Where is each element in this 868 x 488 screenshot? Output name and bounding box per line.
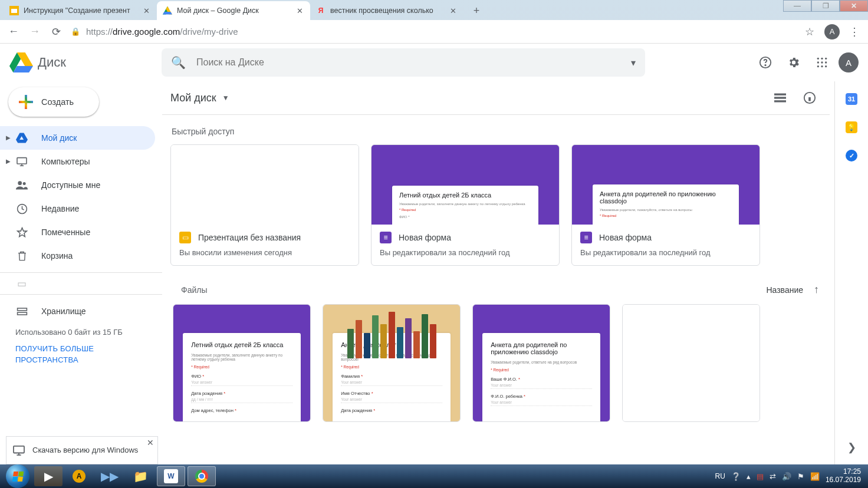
sidebar-item-trash[interactable]: Корзина	[0, 244, 155, 268]
clock-icon	[15, 203, 28, 215]
taskbar-explorer[interactable]: 📁	[126, 466, 154, 486]
close-icon[interactable]: ✕	[448, 6, 458, 15]
storage-usage-text: Использовано 0 байт из 15 ГБ	[15, 327, 153, 338]
sidebar-item-shared[interactable]: Доступные мне	[0, 173, 155, 197]
taskbar-word[interactable]: W	[157, 466, 185, 486]
trash-icon	[15, 250, 28, 262]
browser-tab[interactable]: Мой диск – Google Диск ✕	[157, 1, 310, 20]
address-bar[interactable]: 🔒 https://drive.google.com/drive/my-driv…	[71, 27, 795, 37]
clock-time: 17:25	[826, 468, 861, 476]
tasks-addon-button[interactable]: ✓	[846, 150, 857, 161]
download-prompt[interactable]: Скачать версию для Windows ✕	[6, 436, 158, 464]
chevron-right-icon[interactable]: ▶	[6, 158, 11, 164]
clock-date: 16.07.2019	[826, 476, 861, 484]
browser-menu-button[interactable]: ⋮	[848, 25, 861, 38]
svg-point-3	[821, 58, 823, 60]
support-button[interactable]	[754, 51, 777, 74]
profile-avatar[interactable]: A	[824, 24, 840, 39]
calendar-addon-button[interactable]: 31	[846, 93, 857, 105]
network-tray-icon[interactable]: 📶	[810, 472, 820, 481]
taskbar-clock[interactable]: 17:25 16.07.2019	[826, 468, 861, 484]
chevron-down-icon[interactable]: ▼	[222, 94, 229, 102]
sync-tray-icon[interactable]: ⇄	[770, 472, 776, 481]
svg-point-2	[817, 58, 819, 60]
card-subtitle: Вы вносили изменения сегодня	[179, 248, 350, 257]
browser-tab[interactable]: Инструкция "Создание презент ✕	[4, 1, 157, 20]
bookmark-star-icon[interactable]: ☆	[803, 25, 816, 38]
close-icon[interactable]: ✕	[295, 6, 304, 15]
sidebar-item-backups[interactable]: ▭	[0, 278, 155, 289]
svg-point-7	[825, 61, 827, 63]
flag-tray-icon[interactable]: ⚑	[797, 472, 804, 481]
people-icon	[15, 180, 28, 190]
list-view-button[interactable]	[768, 86, 792, 110]
breadcrumb-current[interactable]: Мой диск	[170, 92, 216, 104]
quick-access-card[interactable]: ▭ Презентация без названия Вы вносили из…	[170, 144, 359, 266]
storage-upgrade-link[interactable]: ПОЛУЧИТЬ БОЛЬШЕ ПРОСТРАНСТВА	[15, 343, 153, 366]
sidebar-item-starred[interactable]: Помеченные	[0, 220, 155, 244]
settings-button[interactable]	[782, 51, 805, 74]
quick-access-card[interactable]: Летний отдых детей 2Б классаУважаемые ро…	[371, 144, 560, 266]
quick-access-card[interactable]: Анкета для родителей по приложению class…	[571, 144, 760, 266]
start-button[interactable]	[4, 466, 32, 486]
adobe-tray-icon[interactable]: ▤	[757, 472, 764, 481]
new-tab-button[interactable]: +	[468, 2, 485, 19]
sidebar-item-storage[interactable]: Хранилище	[0, 299, 155, 323]
storage-icon	[15, 307, 28, 316]
taskbar-app[interactable]: ▶	[34, 466, 63, 486]
close-icon[interactable]: ✕	[147, 438, 154, 447]
taskbar-app[interactable]: A	[65, 466, 93, 486]
card-preview	[171, 145, 359, 225]
card-title: Новая форма	[599, 233, 652, 242]
url-host: drive.google.com	[113, 27, 180, 37]
apps-button[interactable]	[810, 51, 834, 74]
browser-tab-strip: Инструкция "Создание презент ✕ Мой диск …	[0, 0, 868, 20]
taskbar-app[interactable]: ▶▶	[96, 466, 124, 486]
forward-button[interactable]: →	[28, 25, 41, 38]
help-tray-icon[interactable]: ❔	[731, 472, 741, 481]
svg-point-8	[817, 65, 819, 67]
close-icon[interactable]: ✕	[142, 6, 151, 15]
sidebar-item-label: Компьютеры	[41, 157, 90, 166]
volume-tray-icon[interactable]: 🔊	[782, 472, 791, 481]
sidebar-item-recent[interactable]: Недавние	[0, 197, 155, 220]
file-tile[interactable]: Летний отдых детей 2Б класса Уважаемые р…	[173, 304, 311, 422]
taskbar-chrome[interactable]	[188, 466, 216, 486]
search-input[interactable]	[196, 57, 620, 68]
language-indicator[interactable]: RU	[715, 472, 725, 480]
file-tile[interactable]	[622, 304, 760, 422]
sort-label[interactable]: Название	[766, 285, 803, 295]
svg-rect-15	[17, 308, 27, 310]
search-box[interactable]: 🔍 ▾	[162, 48, 645, 77]
drive-icon	[15, 133, 28, 143]
drive-logo[interactable]: Диск	[9, 51, 157, 74]
tab-title: вестник просвещения сколько	[330, 6, 443, 15]
svg-rect-19	[774, 97, 786, 98]
tray-overflow-icon[interactable]: ▴	[747, 472, 751, 481]
card-subtitle: Вы редактировали за последний год	[380, 248, 551, 257]
account-avatar[interactable]: A	[839, 52, 859, 72]
keep-addon-button[interactable]: 💡	[846, 121, 857, 133]
reload-button[interactable]: ⟳	[50, 25, 63, 38]
drive-header: Диск 🔍 ▾ A	[0, 44, 868, 81]
file-tile[interactable]: Анкета для коллег Уважаемые коллеги, отв…	[323, 304, 461, 422]
backup-icon: ▭	[15, 278, 28, 289]
sidebar-item-computers[interactable]: Компьютеры	[0, 150, 155, 173]
search-options-icon[interactable]: ▾	[631, 57, 636, 68]
drive-icon	[163, 6, 172, 15]
side-panel-toggle[interactable]: ❯	[847, 441, 856, 454]
details-button[interactable]	[798, 86, 821, 110]
svg-point-9	[821, 65, 823, 67]
back-button[interactable]: ←	[7, 25, 20, 38]
create-button[interactable]: Создать	[8, 87, 99, 117]
star-icon	[15, 227, 28, 238]
browser-tab[interactable]: Я вестник просвещения сколько ✕	[310, 1, 463, 20]
chevron-right-icon[interactable]: ▶	[6, 134, 11, 141]
card-title: Новая форма	[399, 233, 451, 242]
file-tile[interactable]: Анкета для родителей по приложению class…	[472, 304, 610, 422]
sort-direction-icon[interactable]: ↑	[814, 283, 819, 296]
svg-rect-17	[14, 446, 24, 453]
svg-point-12	[18, 181, 22, 185]
svg-rect-16	[17, 312, 27, 315]
sidebar-item-mydrive[interactable]: Мой диск	[0, 126, 155, 150]
